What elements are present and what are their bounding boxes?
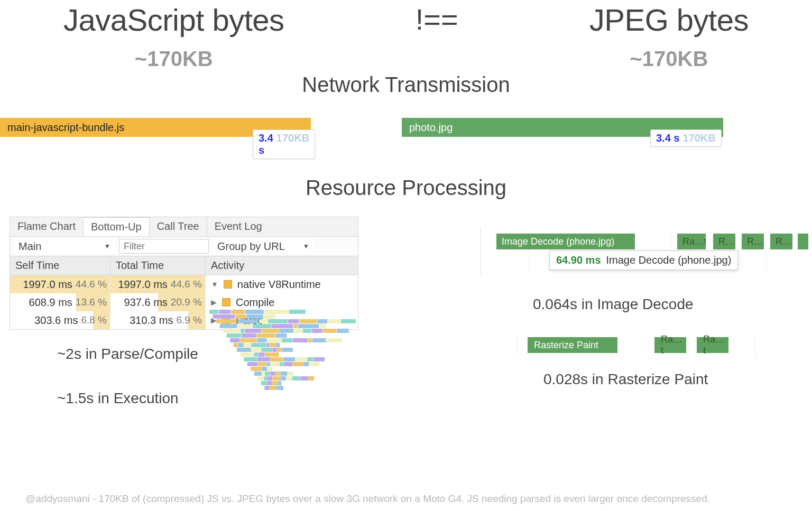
expand-icon[interactable]: ▶ (211, 298, 217, 306)
rasterize-paint-block: Rasterize Paint (528, 337, 617, 353)
tab-bottom-up[interactable]: Bottom-Up (84, 217, 150, 236)
jpeg-size: ~170KB (630, 47, 708, 71)
col-self-time[interactable]: Self Time (10, 256, 110, 275)
raster-block: R…t (713, 234, 735, 249)
col-activity[interactable]: Activity (206, 256, 358, 275)
activity-color-swatch (224, 280, 232, 289)
image-decode-tooltip: 64.90 ms Image Decode (phone.jpg) (549, 250, 738, 270)
raster-block: Ra…t (654, 337, 686, 353)
image-decode-summary: 0.064s in Image Decode (533, 296, 802, 313)
expand-icon[interactable]: ▼ (211, 280, 218, 289)
tooltip-duration: 64.90 ms (556, 254, 601, 266)
right-col: JPEG bytes ~170KB (589, 2, 749, 71)
js-network-size: 170KB (276, 132, 309, 156)
raster-block: R… (770, 234, 792, 249)
tab-flame-chart[interactable]: Flame Chart (10, 217, 84, 236)
jpeg-title: JPEG bytes (589, 2, 749, 38)
left-col: JavaScript bytes ~170KB (63, 2, 284, 71)
js-title: JavaScript bytes (63, 2, 284, 38)
js-size: ~170KB (135, 47, 213, 71)
footer-credit: @addyosmani - 170KB of (compressed) JS v… (25, 493, 791, 505)
header-row: JavaScript bytes ~170KB !== JPEG bytes ~… (0, 2, 812, 71)
js-bar-wrap: main-javascript-bundle.js 3.4 s 170KB (0, 118, 311, 160)
activity-color-swatch (222, 298, 230, 306)
img-network-time: 3.4 s (656, 132, 679, 144)
image-panel: Image Decode (phone.jpg) Ra…t R…t R…t R…… (464, 217, 802, 407)
section-processing: Resource Processing (0, 176, 812, 200)
js-network-time: 3.4 s (259, 132, 273, 156)
tab-event-log[interactable]: Event Log (207, 217, 270, 236)
chevron-down-icon: ▼ (303, 243, 309, 250)
raster-block: R…t (742, 234, 764, 249)
table-row[interactable]: 608.9 ms13.6 %937.6 ms20.9 %▶Compile (10, 293, 358, 311)
neq-symbol: !== (416, 2, 458, 36)
devtools-tabs: Flame Chart Bottom-Up Call Tree Event Lo… (10, 217, 358, 237)
tooltip-label: Image Decode (phone.jpg) (606, 254, 732, 266)
flame-chart-thumbnail (209, 310, 363, 394)
thread-select-label: Main (19, 240, 41, 253)
tab-call-tree[interactable]: Call Tree (150, 217, 207, 236)
section-network: Network Transmission (0, 73, 812, 97)
network-bars: main-javascript-bundle.js 3.4 s 170KB ph… (0, 118, 812, 160)
table-header: Self Time Total Time Activity (10, 256, 358, 275)
col-total-time[interactable]: Total Time (110, 256, 206, 275)
js-network-tag: 3.4 s 170KB (253, 129, 315, 159)
filter-input[interactable] (119, 239, 209, 254)
image-decode-block: Image Decode (phone.jpg) (496, 234, 635, 249)
processing-panels: Flame Chart Bottom-Up Call Tree Event Lo… (0, 217, 812, 407)
img-network-tag: 3.4 s 170KB (650, 129, 722, 147)
table-row[interactable]: 1997.0 ms44.6 %1997.0 ms44.6 %▼native V8… (10, 275, 358, 293)
chevron-down-icon: ▼ (104, 243, 110, 250)
raster-block: Ra…t (677, 234, 706, 249)
thread-select[interactable]: Main ▼ (14, 239, 115, 254)
rasterize-summary: 0.028s in Rasterize Paint (543, 371, 802, 388)
raster-block (798, 234, 808, 249)
image-decode-timeline: Image Decode (phone.jpg) Ra…t R…t R…t R…… (480, 227, 802, 275)
filter-row: Main ▼ Group by URL ▼ (10, 237, 358, 256)
activity-label: native V8Runtime (237, 278, 321, 291)
raster-block: Ra…t (697, 337, 728, 353)
img-network-size: 170KB (682, 132, 715, 144)
mid-col: !== (416, 2, 458, 36)
group-select-label: Group by URL (217, 240, 285, 253)
activity-label: Compile (236, 296, 274, 309)
group-select[interactable]: Group by URL ▼ (213, 239, 313, 254)
rasterize-timeline: Rasterize Paint Ra…t Ra…t (517, 335, 802, 356)
